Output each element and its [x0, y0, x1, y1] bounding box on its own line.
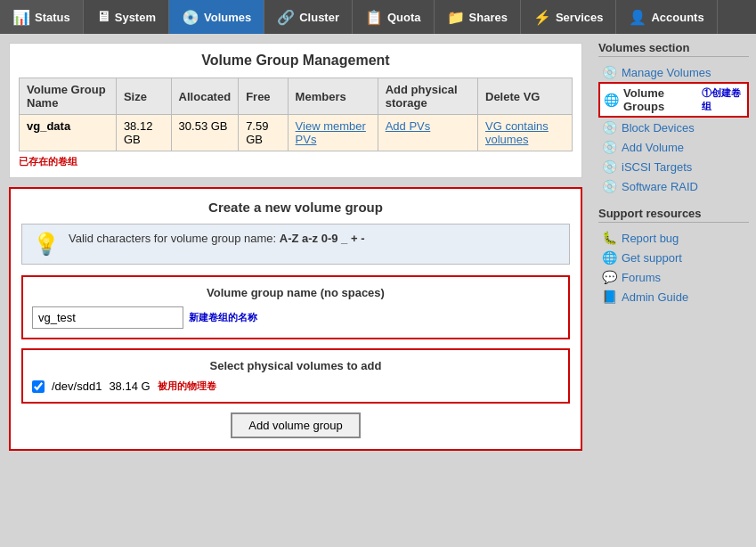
- col-header-members: Members: [288, 78, 378, 115]
- get-support-icon: 🌐: [602, 250, 617, 265]
- vg-free-cell: 7.59 GB: [239, 115, 288, 151]
- sidebar-item-add-volume[interactable]: 💿Add Volume: [598, 137, 749, 157]
- vg-info-box: 💡 Valid characters for volume group name…: [21, 224, 570, 265]
- nav-tab-label-cluster: Cluster: [299, 11, 339, 24]
- pv-row: /dev/sdd1 38.14 G 被用的物理卷: [32, 380, 559, 393]
- sidebar-item-volume-groups[interactable]: 🌐Volume Groups①创建卷组: [598, 82, 749, 118]
- sidebar: Volumes section 💿Manage Volumes🌐Volume G…: [591, 34, 756, 469]
- sidebar-item-label-iscsi-targets: iSCSI Targets: [622, 160, 692, 174]
- system-icon: 🖥: [96, 9, 110, 25]
- bulb-icon: 💡: [33, 232, 60, 257]
- report-bug-icon: 🐛: [602, 231, 617, 245]
- volume-groups-icon: 🌐: [604, 93, 619, 107]
- nav-tab-accounts[interactable]: 👤Accounts: [616, 0, 717, 34]
- annotation-name: 新建卷组的名称: [189, 311, 257, 324]
- nav-tab-volumes[interactable]: 💿Volumes: [169, 0, 264, 34]
- top-nav: 📊Status🖥System💿Volumes🔗Cluster📋Quota📁Sha…: [0, 0, 756, 34]
- nav-tab-label-services: Services: [556, 11, 604, 24]
- sidebar-item-forums[interactable]: 💬Forums: [598, 267, 749, 287]
- create-vg-section: Create a new volume group 💡 Valid charac…: [9, 187, 582, 451]
- status-icon: 📊: [12, 9, 30, 26]
- software-raid-icon: 💿: [602, 179, 617, 193]
- block-devices-icon: 💿: [602, 120, 617, 135]
- sidebar-item-manage-volumes[interactable]: 💿Manage Volumes: [598, 62, 749, 82]
- volumes-section: Volumes section 💿Manage Volumes🌐Volume G…: [598, 41, 749, 196]
- pv-size: 38.14 G: [109, 380, 150, 393]
- delete-vg-link[interactable]: VG contains volumes: [485, 119, 549, 146]
- vg-name-input-row: 新建卷组的名称: [32, 306, 559, 329]
- create-vg-title: Create a new volume group: [21, 200, 570, 215]
- sidebar-item-iscsi-targets[interactable]: 💿iSCSI Targets: [598, 157, 749, 176]
- vg-members-cell[interactable]: View member PVs: [288, 115, 378, 151]
- nav-tab-label-volumes: Volumes: [204, 11, 251, 24]
- volumes-icon: 💿: [182, 9, 199, 26]
- pv-device: /dev/sdd1: [52, 380, 102, 393]
- col-header-name: Volume Group Name: [20, 78, 117, 115]
- sidebar-item-label-admin-guide: Admin Guide: [622, 290, 688, 304]
- annotation-create-vg: ①创建卷组: [702, 86, 744, 113]
- add-pvs-link[interactable]: Add PVs: [386, 119, 431, 133]
- nav-tab-shares[interactable]: 📁Shares: [435, 0, 521, 34]
- annotation-pv: 被用的物理卷: [158, 380, 216, 393]
- cluster-icon: 🔗: [277, 9, 295, 26]
- pv-section-label: Select physical volumes to add: [32, 359, 559, 372]
- content-area: Volume Group Management Volume Group Nam…: [0, 34, 591, 469]
- sidebar-item-admin-guide[interactable]: 📘Admin Guide: [598, 287, 749, 306]
- admin-guide-icon: 📘: [602, 290, 617, 304]
- iscsi-targets-icon: 💿: [602, 159, 617, 174]
- add-volume-icon: 💿: [602, 140, 617, 154]
- col-header-free: Free: [239, 78, 288, 115]
- col-header-size: Size: [116, 78, 171, 115]
- nav-tab-label-system: System: [115, 11, 156, 24]
- nav-tab-services[interactable]: ⚡Services: [521, 0, 617, 34]
- nav-tab-label-status: Status: [35, 11, 70, 24]
- sidebar-item-software-raid[interactable]: 💿Software RAID: [598, 176, 749, 196]
- vg-table: Volume Group Name Size Allocated Free Me…: [19, 78, 573, 151]
- sidebar-item-get-support[interactable]: 🌐Get support: [598, 248, 749, 267]
- nav-tab-cluster[interactable]: 🔗Cluster: [264, 0, 353, 34]
- support-section: Support resources 🐛Report bug🌐Get suppor…: [598, 207, 749, 306]
- sidebar-item-label-add-volume: Add Volume: [622, 141, 684, 154]
- sidebar-item-block-devices[interactable]: 💿Block Devices: [598, 118, 749, 137]
- sidebar-item-label-get-support: Get support: [622, 251, 682, 265]
- vg-name-label: Volume group name (no spaces): [32, 286, 559, 299]
- vg-allocated-cell: 30.53 GB: [171, 115, 239, 151]
- services-icon: ⚡: [533, 9, 551, 26]
- volumes-section-title: Volumes section: [598, 41, 749, 57]
- accounts-icon: 👤: [629, 9, 646, 26]
- vg-size-cell: 38.12 GB: [116, 115, 171, 151]
- vg-add-cell[interactable]: Add PVs: [378, 115, 477, 151]
- sidebar-item-label-manage-volumes: Manage Volumes: [622, 66, 711, 79]
- col-header-add-physical: Add physical storage: [378, 78, 477, 115]
- nav-tab-status[interactable]: 📊Status: [0, 0, 84, 34]
- vg-name-cell: vg_data: [20, 115, 117, 151]
- view-members-link[interactable]: View member PVs: [296, 119, 366, 146]
- sidebar-item-report-bug[interactable]: 🐛Report bug: [598, 228, 749, 248]
- forums-icon: 💬: [602, 270, 617, 284]
- table-row: vg_data 38.12 GB 30.53 GB 7.59 GB View m…: [20, 115, 573, 151]
- sidebar-item-label-block-devices: Block Devices: [622, 121, 695, 135]
- col-header-allocated: Allocated: [171, 78, 239, 115]
- support-section-title: Support resources: [598, 207, 749, 223]
- vg-delete-cell[interactable]: VG contains volumes: [478, 115, 573, 151]
- sidebar-item-label-volume-groups: Volume Groups: [623, 86, 697, 113]
- pv-select-section: Select physical volumes to add /dev/sdd1…: [21, 348, 570, 404]
- vg-name-form: Volume group name (no spaces) 新建卷组的名称: [21, 275, 570, 339]
- nav-tab-label-quota: Quota: [387, 11, 421, 24]
- vg-name-input[interactable]: [32, 306, 183, 329]
- sidebar-item-label-report-bug: Report bug: [622, 232, 679, 245]
- annotation-existing: 已存在的卷组: [19, 155, 573, 168]
- nav-tab-label-shares: Shares: [469, 11, 508, 24]
- vg-management-section: Volume Group Management Volume Group Nam…: [9, 43, 582, 178]
- sidebar-item-label-software-raid: Software RAID: [622, 180, 698, 193]
- add-volume-group-button[interactable]: Add volume group: [231, 412, 361, 438]
- manage-volumes-icon: 💿: [602, 65, 617, 79]
- quota-icon: 📋: [365, 9, 383, 26]
- nav-tab-system[interactable]: 🖥System: [84, 0, 169, 34]
- shares-icon: 📁: [447, 9, 465, 26]
- nav-tab-quota[interactable]: 📋Quota: [353, 0, 435, 34]
- pv-checkbox[interactable]: [32, 380, 45, 393]
- col-header-delete-vg: Delete VG: [478, 78, 573, 115]
- vg-info-text: Valid characters for volume group name: …: [69, 232, 364, 245]
- sidebar-item-label-forums: Forums: [622, 271, 661, 284]
